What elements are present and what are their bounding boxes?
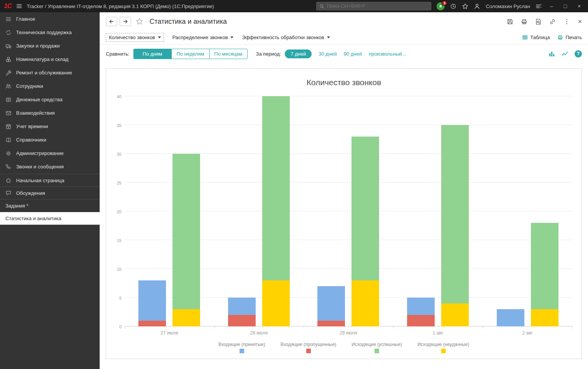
gear-icon xyxy=(5,150,11,156)
sidebar-page-item[interactable]: Начальная страница xyxy=(0,174,100,187)
legend-item: Исходящие (неудачные) xyxy=(417,342,469,353)
legend-item: Входящие (пропущенные) xyxy=(281,342,337,353)
print-report-button[interactable]: Печать xyxy=(557,35,582,40)
compare-label: Сравнить: xyxy=(106,51,130,57)
sidebar-item[interactable]: Звонки и сообщения xyxy=(0,160,100,173)
favorites-icon[interactable] xyxy=(462,3,468,10)
more-icon[interactable] xyxy=(563,18,570,25)
sidebar-pages: Начальная страницаОбсужденияЗадания *Ста… xyxy=(0,174,100,225)
sidebar-item[interactable]: Номенклатура и склад xyxy=(0,53,100,66)
global-search[interactable] xyxy=(316,2,431,10)
sidebar-item-label: Денежные средства xyxy=(16,96,62,103)
compare-option-button[interactable]: По неделям xyxy=(171,49,210,59)
bar-segment xyxy=(317,286,345,321)
sidebar-item[interactable]: Учет времени xyxy=(0,120,100,133)
sidebar-page-item[interactable]: Обсуждения xyxy=(0,187,100,199)
legend-item: Входящие (принятые) xyxy=(218,342,265,353)
menu-icon xyxy=(5,16,11,22)
search-input[interactable] xyxy=(327,3,428,9)
bar-segment xyxy=(228,298,256,315)
report-tab[interactable]: Эффективность обработки звонков xyxy=(242,33,330,42)
sidebar-page-label: Статистика и аналитика xyxy=(5,216,61,221)
compare-option-button[interactable]: По дням xyxy=(133,49,172,59)
x-axis-tick xyxy=(483,326,483,329)
y-axis-label: 15 xyxy=(108,238,122,243)
period-option-active[interactable]: 7 дней xyxy=(285,49,312,58)
chart-panel: Количество звонков 051015202530354027 ию… xyxy=(106,68,582,359)
sidebar-item-label: Справочники xyxy=(16,137,46,143)
notifications-icon[interactable]: 1 xyxy=(437,2,445,10)
help-icon[interactable]: ? xyxy=(575,50,582,58)
main-menu-icon[interactable] xyxy=(16,3,22,9)
report-tab[interactable]: Количество звонков xyxy=(106,33,164,42)
table-view-button[interactable]: Таблица xyxy=(522,35,550,40)
service-menu-icon[interactable] xyxy=(535,3,542,10)
report-tabs: Количество звонковРаспределение звонковЭ… xyxy=(106,33,330,42)
bar-outgoing xyxy=(531,223,558,326)
chevron-down-icon xyxy=(230,36,233,38)
money-icon xyxy=(5,97,11,103)
search-icon xyxy=(319,4,324,9)
sidebar-item[interactable]: Главное xyxy=(0,12,100,26)
sidebar-page-item[interactable]: Статистика и аналитика xyxy=(0,212,100,225)
user-icon[interactable] xyxy=(474,3,480,10)
sidebar-item[interactable]: Закупки и продажи xyxy=(0,39,100,53)
bar-incoming xyxy=(138,280,166,326)
bar-segment xyxy=(262,280,290,326)
report-tab-label: Распределение звонков xyxy=(172,35,228,40)
link-icon[interactable] xyxy=(549,18,556,25)
bar-outgoing xyxy=(262,96,290,326)
close-button[interactable]: × xyxy=(575,3,583,9)
y-axis-label: 35 xyxy=(108,123,122,128)
bar-outgoing xyxy=(351,137,379,326)
bar-incoming xyxy=(407,298,435,326)
compare-segmented-control: По днямПо неделямПо месяцам xyxy=(133,49,248,59)
sidebar-item[interactable]: Денежные средства xyxy=(0,93,100,106)
close-page-icon[interactable]: × xyxy=(578,18,582,25)
period-option[interactable]: произвольный... xyxy=(369,51,406,57)
sidebar-item-label: Техническая поддержка xyxy=(16,29,72,36)
truck-icon xyxy=(5,43,11,49)
maximize-button[interactable]: □ xyxy=(561,3,570,9)
report-tab[interactable]: Распределение звонков xyxy=(172,33,234,42)
sidebar-item[interactable]: Сотрудники xyxy=(0,79,100,93)
bar-segment xyxy=(407,315,435,326)
bar-segment xyxy=(441,303,469,326)
sidebar-item[interactable]: Взаимодействия xyxy=(0,106,100,120)
sidebar-item[interactable]: Техническая поддержка xyxy=(0,26,100,39)
preview-icon[interactable] xyxy=(535,18,542,25)
notification-badge: 1 xyxy=(442,0,447,6)
sidebar-item-label: Ремонт и обслуживание xyxy=(16,69,72,76)
sidebar-item[interactable]: Справочники xyxy=(0,133,100,147)
sidebar-item[interactable]: Администрирование xyxy=(0,147,100,160)
calls-chart: 051015202530354027 июля28 июля29 июля1 а… xyxy=(125,96,572,326)
sidebar-item-label: Сотрудники xyxy=(16,83,43,89)
sidebar-item-label: Учет времени xyxy=(16,123,48,130)
category-slot xyxy=(393,96,483,326)
sidebar-page-item[interactable]: Задания * xyxy=(0,199,100,212)
bar-segment xyxy=(317,321,345,326)
history-icon[interactable] xyxy=(450,3,457,10)
bar-chart-view-icon[interactable] xyxy=(549,50,555,57)
compare-option-button[interactable]: По месяцам xyxy=(209,49,248,59)
minimize-button[interactable]: – xyxy=(547,3,556,9)
period-option[interactable]: 90 дней xyxy=(344,51,362,57)
sidebar-item[interactable]: Ремонт и обслуживание xyxy=(0,66,100,79)
print-icon[interactable] xyxy=(521,18,527,25)
bar-incoming xyxy=(497,309,524,326)
favorite-star-icon[interactable] xyxy=(136,18,143,25)
back-button[interactable] xyxy=(106,17,117,26)
line-chart-view-icon[interactable] xyxy=(562,50,568,57)
save-icon[interactable] xyxy=(507,18,513,25)
forward-button[interactable] xyxy=(120,17,131,26)
report-tab-label: Количество звонков xyxy=(109,35,155,40)
category-slot xyxy=(214,96,304,326)
period-option[interactable]: 30 дней xyxy=(319,51,337,57)
bar-segment xyxy=(531,223,558,309)
sidebar-item-label: Звонки и сообщения xyxy=(16,163,64,170)
bar-incoming xyxy=(317,286,345,326)
main-area: Статистика и аналитика xyxy=(100,12,588,369)
x-axis-label: 28 июля xyxy=(214,330,304,336)
bar-incoming xyxy=(228,298,256,326)
y-axis-label: 5 xyxy=(108,296,122,300)
